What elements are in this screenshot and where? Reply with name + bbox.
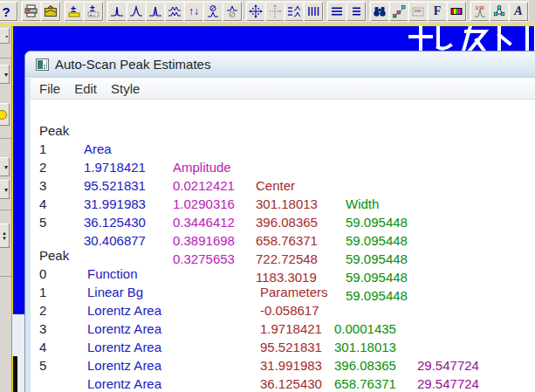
hide-peak-icon[interactable] bbox=[203, 2, 223, 21]
table-row: 4 Lorentz Area 36.125430 722.72548 29.54… bbox=[31, 320, 535, 338]
printer-icon[interactable] bbox=[22, 2, 41, 21]
scatter-points-icon[interactable] bbox=[389, 2, 408, 21]
screen: ? ± ±+ - ↑↓ xxx F 0.90 A ▪ bbox=[0, 0, 535, 392]
table-row: 5 Lorentz Area 30.406877 1183.3019 29.54… bbox=[31, 338, 535, 356]
add-peak-manual-icon[interactable]: ±+ - bbox=[84, 2, 103, 21]
svg-text:+ -: + - bbox=[90, 12, 95, 17]
cell-peak: 5 bbox=[39, 356, 46, 375]
annotate-icon[interactable]: A bbox=[509, 2, 528, 21]
cell-function: Lorentz Area bbox=[87, 356, 161, 375]
cell-param1: 36.125430 bbox=[260, 375, 322, 392]
cell-param2: 658.76371 bbox=[334, 375, 396, 392]
lightbulb-icon[interactable] bbox=[0, 103, 10, 126]
table-row: 2 Lorentz Area 95.521831 396.08365 29.54… bbox=[31, 283, 535, 301]
help-icon[interactable]: ? bbox=[0, 2, 17, 21]
peak-list-icon[interactable] bbox=[285, 2, 304, 21]
menu-bar: File Edit Style bbox=[25, 79, 535, 100]
paste-icon[interactable] bbox=[41, 2, 60, 21]
cell-param3: 29.547724 bbox=[417, 356, 479, 375]
move-crosshair-icon[interactable] bbox=[246, 2, 265, 21]
narrow-lines-icon[interactable] bbox=[346, 2, 366, 21]
table-row: 3 31.991983 0.3446412 658.76371 59.09544… bbox=[31, 158, 535, 176]
graph-nodes-icon[interactable] bbox=[490, 2, 509, 21]
svg-text:±: ± bbox=[71, 4, 76, 14]
cell-param3: 29.547724 bbox=[417, 375, 479, 392]
color-map-icon[interactable] bbox=[447, 2, 466, 21]
table-row: 5 30.406877 0.3275653 1183.3019 59.09544… bbox=[31, 195, 535, 213]
table2-header-row: Peak Function Parameters bbox=[31, 228, 535, 246]
cell-function: Lorentz Area bbox=[87, 375, 161, 392]
auto-scan-window: Auto-Scan Peak Estimates File Edit Style… bbox=[24, 51, 535, 392]
show-peak-icon[interactable] bbox=[223, 2, 242, 21]
label-box-icon[interactable]: xxx bbox=[408, 2, 428, 21]
menu-file[interactable]: File bbox=[32, 81, 67, 96]
find-binoculars-icon[interactable] bbox=[370, 2, 389, 21]
menu-edit[interactable]: Edit bbox=[67, 81, 104, 96]
table-row: 4 36.125430 0.3891698 722.72548 59.09544… bbox=[31, 176, 535, 195]
window-titlebar[interactable]: Auto-Scan Peak Estimates bbox=[25, 52, 535, 78]
dropdown-2-icon[interactable]: ▾ bbox=[0, 157, 10, 176]
table-row: 1 Lorentz Area 1.9718421 301.18013 29.54… bbox=[31, 265, 535, 283]
dropdown-3-icon[interactable]: ▾ bbox=[0, 180, 10, 199]
window-title: Auto-Scan Peak Estimates bbox=[55, 57, 210, 72]
wide-lines-icon[interactable] bbox=[327, 2, 346, 21]
peaks-overlay-icon[interactable] bbox=[165, 2, 184, 21]
toolbar-underline bbox=[0, 24, 535, 26]
mini-option-icon[interactable]: ▪ bbox=[0, 28, 10, 44]
peak-fit-icon[interactable] bbox=[107, 2, 127, 21]
cell-param2: 396.08365 bbox=[334, 356, 396, 375]
snap-crosshair-icon[interactable] bbox=[265, 2, 285, 21]
table-row: 1 1.9718421 0.0212421 301.18013 59.09544… bbox=[31, 121, 535, 140]
bottom-black-bar bbox=[13, 356, 17, 392]
dropdown-1-icon[interactable]: ▾ bbox=[0, 65, 10, 84]
report-content: Peak Area Amplitude Center Width 1 1.971… bbox=[31, 100, 535, 392]
peak-narrow-icon[interactable] bbox=[146, 2, 165, 21]
table-row: 2 95.521831 1.0290316 396.08365 59.09544… bbox=[31, 140, 535, 158]
menu-style[interactable]: Style bbox=[104, 81, 147, 96]
left-toolbar: ▪ ▾ ▾ ▾ ▲▼ bbox=[0, 26, 12, 392]
peak-percent-icon[interactable]: 0.90 bbox=[470, 2, 490, 21]
svg-text:xxx: xxx bbox=[415, 8, 422, 13]
window-icon bbox=[36, 58, 49, 71]
spinner-icon[interactable]: ▲▼ bbox=[0, 224, 10, 248]
font-icon[interactable]: F bbox=[428, 2, 447, 21]
cell-param1: 31.991983 bbox=[260, 356, 322, 375]
add-peak-icon[interactable]: ± bbox=[65, 2, 84, 21]
sort-updown-icon[interactable]: ↑↓ bbox=[184, 2, 203, 21]
section-bars-icon[interactable] bbox=[304, 2, 323, 21]
table1-header-row: Peak Area Amplitude Center Width bbox=[31, 103, 535, 121]
svg-text:0.90: 0.90 bbox=[476, 5, 484, 10]
table-row: 0 Linear Bg -0.058617 0.0001435 bbox=[31, 246, 535, 265]
table-row: 3 Lorentz Area 31.991983 658.76371 29.54… bbox=[31, 301, 535, 320]
peak-baseline-icon[interactable] bbox=[127, 2, 146, 21]
main-toolbar: ? ± ±+ - ↑↓ xxx F 0.90 A bbox=[0, 0, 535, 24]
